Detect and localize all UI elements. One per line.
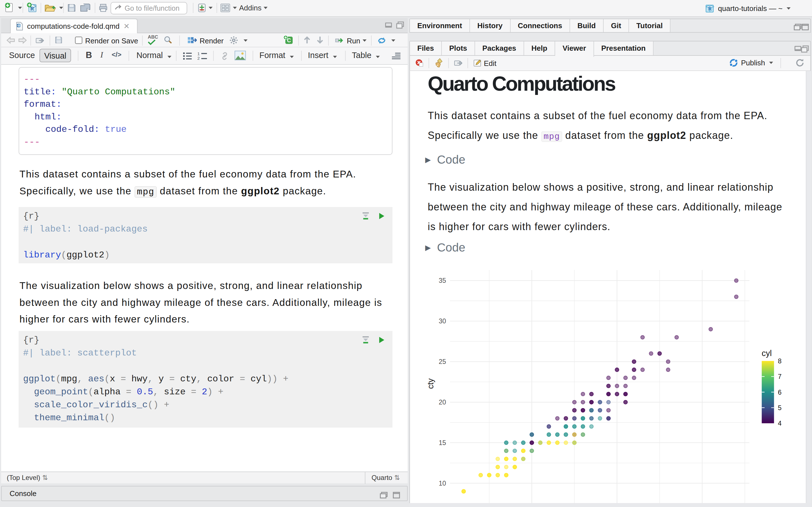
svg-text:2: 2 — [197, 56, 200, 60]
svg-text:cty: cty — [426, 378, 435, 389]
svg-text:25: 25 — [439, 358, 446, 365]
svg-text:cyl: cyl — [762, 349, 772, 358]
svg-text:20: 20 — [439, 399, 446, 406]
svg-text:6: 6 — [778, 389, 781, 396]
svg-text:10: 10 — [439, 480, 446, 487]
svg-text:15: 15 — [439, 439, 446, 446]
svg-text:7: 7 — [778, 373, 781, 380]
svg-text:5: 5 — [778, 404, 781, 411]
svg-text:1: 1 — [197, 52, 200, 56]
svg-text:35: 35 — [439, 277, 446, 284]
svg-text:30: 30 — [439, 318, 446, 325]
svg-text:4: 4 — [778, 420, 781, 427]
svg-text:8: 8 — [778, 357, 781, 365]
svg-text:R: R — [708, 6, 712, 11]
